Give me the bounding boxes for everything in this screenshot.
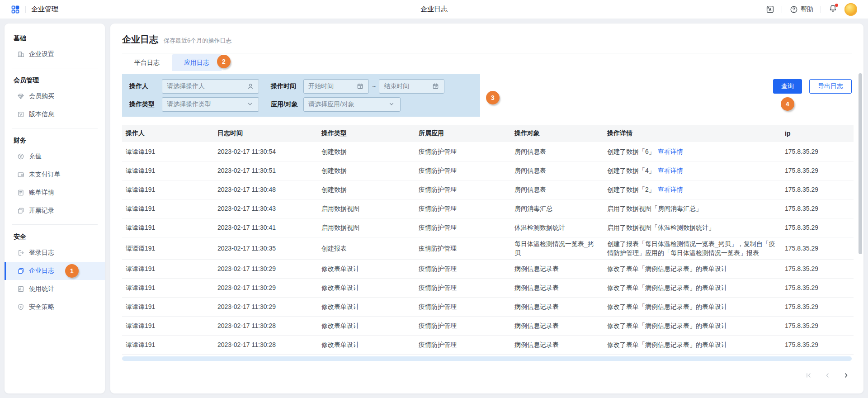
horizontal-scrollbar[interactable] xyxy=(122,356,852,361)
cell-app: 疫情防护管理 xyxy=(415,279,511,298)
sidebar-item-login-logs[interactable]: 登录日志 xyxy=(12,244,98,262)
shield-icon xyxy=(17,303,24,311)
cell-app: 疫情防护管理 xyxy=(415,142,511,161)
wallet-icon xyxy=(17,171,24,178)
cell-operator: 谭谭谭191 xyxy=(122,142,214,161)
main-panel: 企业日志 保存最近6个月的操作日志 平台日志应用日志2 操作人 请选择操作人 xyxy=(110,24,863,393)
end-time-placeholder: 结束时间 xyxy=(384,82,429,90)
view-details-link[interactable]: 查看详情 xyxy=(658,167,683,174)
cell-target: 病例信息记录表 xyxy=(511,279,604,298)
start-time-picker[interactable]: 开始时间 xyxy=(303,79,369,94)
cell-target: 每日体温检测情况一览表_拷贝 xyxy=(511,237,604,260)
column-header: 操作类型 xyxy=(318,125,415,142)
tab-app-logs[interactable]: 应用日志 xyxy=(172,54,222,71)
sidebar-item-unpaid-orders[interactable]: 未支付订单 xyxy=(12,166,98,184)
app-select[interactable]: 请选择应用/对象 xyxy=(303,97,401,112)
vertical-scrollbar[interactable] xyxy=(859,73,862,254)
export-logs-button[interactable]: 导出日志 xyxy=(809,79,852,94)
cell-type: 修改表单设计 xyxy=(318,260,415,279)
cell-operator: 谭谭谭191 xyxy=(122,317,214,336)
sidebar-item-version-info[interactable]: 版本信息 xyxy=(12,105,98,123)
detail-text: 修改了表单「病例信息记录表」的表单设计 xyxy=(607,341,727,348)
cell-operator: 谭谭谭191 xyxy=(122,237,214,260)
filter-section: 操作人 请选择操作人 操作时间 开始时间 xyxy=(122,74,852,117)
cell-time: 2023-02-17 11:30:54 xyxy=(214,142,318,161)
cell-target: 病例信息记录表 xyxy=(511,260,604,279)
topbar-divider xyxy=(821,6,821,13)
cell-time: 2023-02-17 11:30:29 xyxy=(214,260,318,279)
column-header: 日志时间 xyxy=(214,125,318,142)
detail-text: 修改了表单「病例信息记录表」的表单设计 xyxy=(607,265,727,272)
sidebar-item-security-policy[interactable]: 安全策略 xyxy=(12,298,98,316)
cell-app: 疫情防护管理 xyxy=(415,298,511,317)
cell-operator: 谭谭谭191 xyxy=(122,260,214,279)
cell-time: 2023-02-17 11:30:48 xyxy=(214,180,318,199)
app-placeholder: 请选择应用/对象 xyxy=(308,100,385,109)
cell-time: 2023-02-17 11:30:51 xyxy=(214,161,318,180)
cell-type: 启用数据视图 xyxy=(318,199,415,218)
cell-detail: 修改了表单「病例信息记录表」的表单设计 xyxy=(604,298,781,317)
step-badge-1: 1 xyxy=(65,264,79,278)
invoice-icon xyxy=(17,207,24,214)
avatar[interactable] xyxy=(844,3,857,16)
cell-ip: 175.8.35.29 xyxy=(781,180,854,199)
help-button[interactable]: 帮助 xyxy=(789,5,813,14)
first-page-icon[interactable] xyxy=(805,372,812,379)
cell-operator: 谭谭谭191 xyxy=(122,298,214,317)
cell-app: 疫情防护管理 xyxy=(415,161,511,180)
logs-table: 操作人日志时间操作类型所属应用操作对象操作详情ip 谭谭谭1912023-02-… xyxy=(122,125,852,355)
step-badge-3: 3 xyxy=(486,91,500,104)
notification-dot xyxy=(835,4,838,7)
view-details-link[interactable]: 查看详情 xyxy=(658,148,683,155)
table-row: 谭谭谭1912023-02-17 11:30:48创建数据疫情防护管理房间信息表… xyxy=(122,180,854,199)
sidebar-item-usage-stats[interactable]: 使用统计 xyxy=(12,280,98,298)
sidebar-item-label: 版本信息 xyxy=(29,110,54,118)
cell-time: 2023-02-17 11:30:28 xyxy=(214,317,318,336)
sidebar-item-bill-details[interactable]: 账单详情 xyxy=(12,184,98,202)
type-select[interactable]: 请选择操作类型 xyxy=(162,97,259,112)
table-row: 谭谭谭1912023-02-17 11:30:35创建报表疫情防护管理每日体温检… xyxy=(122,237,854,260)
notification-button[interactable] xyxy=(828,4,837,15)
top-bar: 企业管理 企业日志 帮助 xyxy=(0,0,868,19)
operator-label: 操作人 xyxy=(129,82,162,90)
cell-app: 疫情防护管理 xyxy=(415,336,511,355)
translate-icon[interactable] xyxy=(765,5,774,14)
cell-operator: 谭谭谭191 xyxy=(122,279,214,298)
cell-ip: 175.8.35.29 xyxy=(781,237,854,260)
sidebar-item-label: 充值 xyxy=(29,152,42,161)
sidebar-item-enterprise-settings[interactable]: 企业设置 xyxy=(12,45,98,63)
next-page-icon[interactable] xyxy=(843,372,850,379)
sidebar-item-label: 开票记录 xyxy=(29,207,54,215)
sidebar-item-label: 企业设置 xyxy=(29,50,54,58)
cell-ip: 175.8.35.29 xyxy=(781,279,854,298)
sidebar-section-title-finance: 财务 xyxy=(12,133,98,147)
cell-detail: 创建了报表「每日体温检测情况一览表_拷贝」，复制自「疫情防护管理」应用的「每日体… xyxy=(604,237,781,260)
filter-panel: 操作人 请选择操作人 操作时间 开始时间 xyxy=(122,74,480,117)
table-row: 谭谭谭1912023-02-17 11:30:41启用数据视图疫情防护管理体温检… xyxy=(122,218,854,237)
operator-placeholder: 请选择操作人 xyxy=(167,82,243,90)
sidebar-item-member-purchase[interactable]: 会员购买 xyxy=(12,87,98,105)
view-details-link[interactable]: 查看详情 xyxy=(658,186,683,193)
tab-platform-logs[interactable]: 平台日志 xyxy=(122,54,172,71)
sidebar-item-enterprise-logs[interactable]: 企业日志1 xyxy=(5,262,105,280)
previous-page-icon[interactable] xyxy=(824,372,831,379)
apps-grid-icon[interactable] xyxy=(11,5,20,14)
query-button[interactable]: 查询 xyxy=(773,79,802,94)
operator-select[interactable]: 请选择操作人 xyxy=(162,79,259,94)
end-time-picker[interactable]: 结束时间 xyxy=(379,79,444,94)
cell-detail: 修改了表单「病例信息记录表」的表单设计 xyxy=(604,279,781,298)
sidebar-item-recharge[interactable]: 充值 xyxy=(12,147,98,166)
cell-app: 疫情防护管理 xyxy=(415,317,511,336)
table-header-row: 操作人日志时间操作类型所属应用操作对象操作详情ip xyxy=(122,125,854,142)
sidebar-divider xyxy=(12,68,98,68)
sidebar-item-invoice-records[interactable]: 开票记录 xyxy=(12,202,98,220)
cell-time: 2023-02-17 11:30:28 xyxy=(214,336,318,355)
cell-type: 修改表单设计 xyxy=(318,317,415,336)
cell-ip: 175.8.35.29 xyxy=(781,218,854,237)
cell-target: 病例信息记录表 xyxy=(511,298,604,317)
cell-target: 病例信息记录表 xyxy=(511,336,604,355)
table-row: 谭谭谭1912023-02-17 11:30:29修改表单设计疫情防护管理病例信… xyxy=(122,298,854,317)
cell-target: 房间信息表 xyxy=(511,180,604,199)
table-row: 谭谭谭1912023-02-17 11:30:29修改表单设计疫情防护管理病例信… xyxy=(122,279,854,298)
cell-target: 房间信息表 xyxy=(511,161,604,180)
